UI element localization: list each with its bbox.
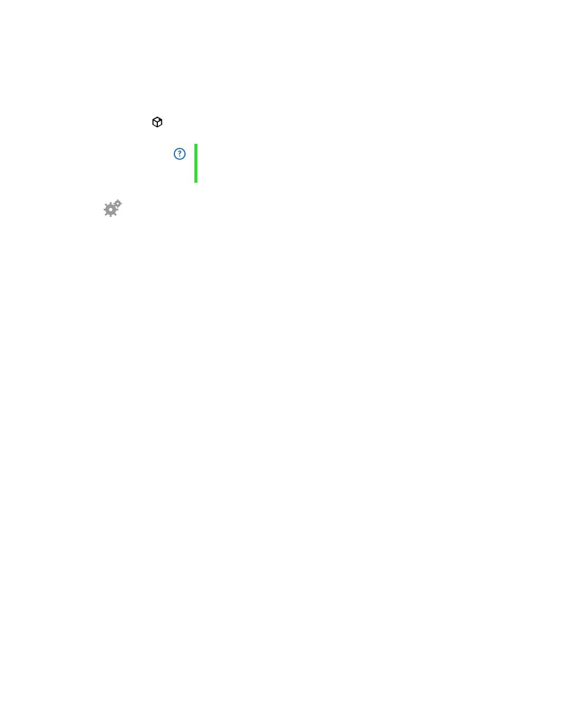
svg-rect-13 [117, 199, 118, 201]
svg-rect-14 [117, 206, 118, 208]
svg-point-12 [117, 203, 118, 205]
page [0, 0, 562, 728]
svg-rect-15 [113, 203, 115, 205]
svg-rect-4 [110, 215, 111, 217]
gear-icon [103, 199, 125, 217]
svg-rect-16 [120, 203, 122, 205]
help-icon [173, 147, 186, 163]
svg-rect-3 [110, 202, 111, 205]
end-of-procedure-icon [151, 116, 462, 129]
callout-bar [194, 144, 197, 183]
procedure-heading-row [103, 199, 462, 217]
svg-rect-5 [104, 209, 105, 210]
svg-rect-6 [115, 209, 118, 210]
cube-icon [151, 116, 164, 129]
help-support-callout [138, 144, 462, 183]
callout-label [138, 144, 194, 183]
callout-body [206, 144, 462, 183]
svg-point-2 [109, 208, 113, 212]
page-footer [447, 621, 462, 634]
